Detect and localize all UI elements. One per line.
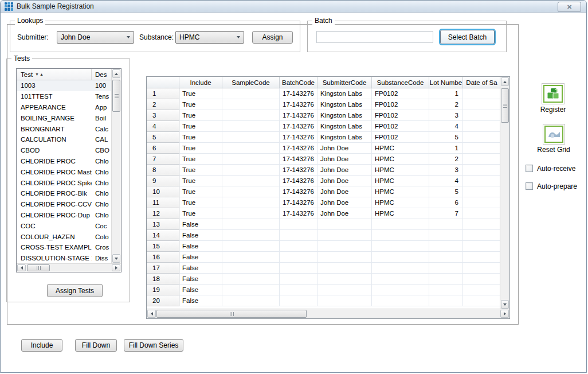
include-button[interactable]: Include — [21, 339, 62, 352]
select-batch-button[interactable]: Select Batch — [440, 30, 495, 44]
grid-cell[interactable] — [463, 88, 501, 99]
grid-column-header[interactable]: Date of Sa — [463, 77, 501, 88]
grid-cell[interactable] — [222, 132, 280, 143]
scroll-up-icon[interactable] — [112, 69, 120, 78]
grid-cell[interactable]: False — [179, 219, 222, 230]
grid-column-header[interactable] — [147, 77, 179, 88]
grid-cell[interactable] — [280, 295, 317, 306]
grid-column-header[interactable]: BatchCode — [280, 77, 317, 88]
grid-cell[interactable] — [222, 241, 280, 252]
grid-cell[interactable] — [317, 285, 372, 295]
grid-cell[interactable] — [222, 219, 280, 230]
grid-cell[interactable]: False — [179, 263, 222, 274]
grid-cell[interactable]: Kingston Labs — [317, 88, 372, 99]
grid-cell[interactable]: False — [179, 241, 222, 252]
grid-cell[interactable]: Kingston Labs — [317, 99, 372, 110]
grid-cell[interactable]: FP0102 — [372, 110, 429, 121]
grid-cell[interactable]: 17-143276 — [280, 132, 317, 143]
grid-cell[interactable] — [463, 219, 501, 230]
grid-cell[interactable] — [317, 219, 372, 230]
tests-list-item[interactable]: BRONGNIARTCalc — [17, 123, 111, 134]
grid-row-header[interactable]: 11 — [147, 197, 179, 208]
grid-cell[interactable]: 17-143276 — [280, 176, 317, 186]
grid-cell[interactable]: John Doe — [317, 208, 372, 219]
grid-cell[interactable]: FP0102 — [372, 132, 429, 143]
grid-cell[interactable]: 3 — [429, 165, 463, 176]
grid-cell[interactable]: 1 — [429, 88, 463, 99]
grid-cell[interactable] — [222, 154, 280, 165]
grid-cell[interactable]: False — [179, 285, 222, 295]
grid-cell[interactable]: True — [179, 110, 222, 121]
submitter-dropdown[interactable]: John Doe — [57, 31, 134, 44]
grid-cell[interactable] — [317, 274, 372, 285]
tests-vscroll-thumb[interactable] — [112, 80, 120, 112]
grid-cell[interactable] — [222, 99, 280, 110]
grid-cell[interactable] — [429, 241, 463, 252]
tests-list-item[interactable]: COLOUR_HAZENColo — [17, 231, 111, 242]
grid-cell[interactable] — [429, 219, 463, 230]
grid-cell[interactable]: False — [179, 274, 222, 285]
grid-cell[interactable]: 17-143276 — [280, 154, 317, 165]
grid-cell[interactable]: 17-143276 — [280, 186, 317, 197]
grid-cell[interactable]: 6 — [429, 197, 463, 208]
grid-cell[interactable] — [222, 197, 280, 208]
grid-cell[interactable] — [463, 121, 501, 132]
fill-down-series-button[interactable]: Fill Down Series — [124, 339, 183, 352]
grid-cell[interactable]: 4 — [429, 121, 463, 132]
grid-cell[interactable]: True — [179, 121, 222, 132]
grid-cell[interactable] — [463, 274, 501, 285]
tests-list-item[interactable]: CALCULATIONCAL — [17, 134, 111, 145]
scroll-down-icon[interactable] — [112, 254, 120, 263]
grid-cell[interactable]: 17-143276 — [280, 110, 317, 121]
grid-cell[interactable]: John Doe — [317, 197, 372, 208]
grid-cell[interactable] — [463, 154, 501, 165]
grid-cell[interactable] — [222, 285, 280, 295]
grid-cell[interactable] — [372, 295, 429, 306]
grid-cell[interactable] — [372, 285, 429, 295]
title-bar[interactable]: Bulk Sample Registration ✕ — [1, 1, 586, 13]
grid-cell[interactable]: 4 — [429, 176, 463, 186]
grid-cell[interactable] — [463, 110, 501, 121]
grid-cell[interactable] — [463, 252, 501, 263]
grid-cell[interactable] — [222, 165, 280, 176]
grid-cell[interactable]: HPMC — [372, 176, 429, 186]
grid-cell[interactable] — [429, 263, 463, 274]
grid-cell[interactable] — [372, 230, 429, 241]
grid-row-header[interactable]: 14 — [147, 230, 179, 241]
grid-cell[interactable] — [317, 263, 372, 274]
substance-dropdown[interactable]: HPMC — [175, 31, 244, 44]
grid-cell[interactable] — [280, 230, 317, 241]
tests-list-item[interactable]: CBODCBO — [17, 145, 111, 156]
grid-cell[interactable] — [372, 241, 429, 252]
auto-receive-checkbox[interactable] — [526, 165, 533, 172]
grid-cell[interactable] — [372, 274, 429, 285]
grid-cell[interactable]: True — [179, 176, 222, 186]
grid-cell[interactable]: False — [179, 230, 222, 241]
tests-list-header[interactable]: Test ▼▲ Des — [17, 69, 111, 80]
grid-row-header[interactable]: 2 — [147, 99, 179, 110]
grid-cell[interactable] — [280, 274, 317, 285]
grid-cell[interactable] — [222, 252, 280, 263]
grid-cell[interactable]: True — [179, 154, 222, 165]
grid-row-header[interactable]: 18 — [147, 274, 179, 285]
grid-cell[interactable] — [463, 176, 501, 186]
grid-cell[interactable]: 2 — [429, 99, 463, 110]
grid-cell[interactable] — [280, 285, 317, 295]
grid-cell[interactable]: True — [179, 143, 222, 154]
grid-cell[interactable] — [222, 121, 280, 132]
tests-list-item[interactable]: CHLORIDE PROC-CCVChlo — [17, 199, 111, 210]
grid-column-header[interactable]: Lot Numbe — [429, 77, 463, 88]
grid-cell[interactable] — [429, 274, 463, 285]
grid-cell[interactable]: True — [179, 186, 222, 197]
grid-cell[interactable] — [317, 295, 372, 306]
tests-list-item[interactable]: CROSS-TEST EXAMPLECros — [17, 242, 111, 253]
scroll-left-icon[interactable] — [147, 310, 156, 318]
tests-list-item[interactable]: COCCoc — [17, 220, 111, 231]
grid-cell[interactable]: False — [179, 252, 222, 263]
grid-cell[interactable]: True — [179, 208, 222, 219]
grid-cell[interactable] — [372, 263, 429, 274]
batch-input[interactable] — [316, 31, 433, 43]
grid-row-header[interactable]: 19 — [147, 285, 179, 295]
tests-list-item[interactable]: BOILING_RANGEBoil — [17, 112, 111, 123]
grid-cell[interactable] — [463, 143, 501, 154]
